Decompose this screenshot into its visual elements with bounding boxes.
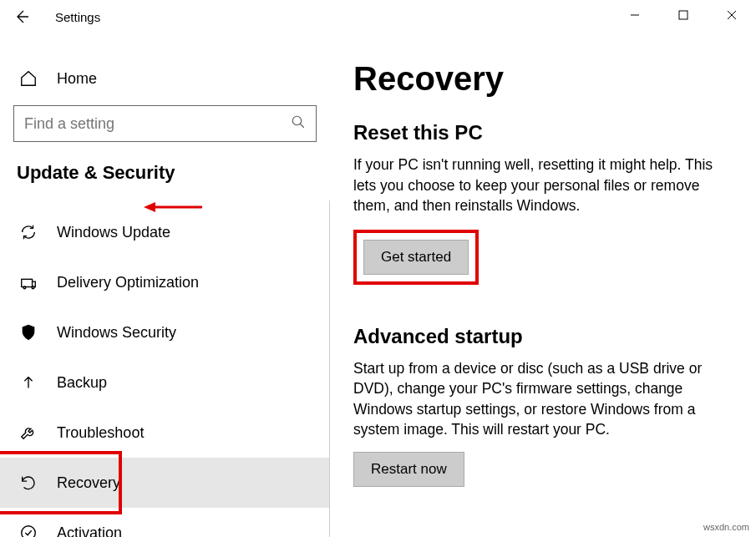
sidebar-item-label: Activation [57,524,122,538]
window-controls [611,0,756,30]
section-reset-pc: Reset this PC If your PC isn't running w… [353,121,733,285]
svg-point-5 [23,286,26,289]
wrench-icon [17,421,40,444]
recovery-icon [17,471,40,494]
sidebar-item-delivery-optimization[interactable]: Delivery Optimization [0,257,330,307]
sidebar-home-label: Home [57,70,97,88]
delivery-icon [17,271,40,294]
section-advanced-startup: Advanced startup Start up from a device … [353,325,733,487]
maximize-button[interactable] [659,0,708,30]
svg-point-1 [292,116,302,125]
sidebar-item-label: Windows Security [57,324,176,342]
search-icon [291,114,306,133]
activation-icon [17,521,40,537]
sidebar-item-home[interactable]: Home [13,57,317,100]
sidebar-nav-list: Windows Update Delivery Optimization Win… [0,207,330,537]
svg-point-7 [22,526,36,537]
sidebar-item-label: Troubleshoot [57,424,144,442]
back-button[interactable] [12,7,32,27]
watermark: wsxdn.com [703,522,749,532]
sidebar-item-label: Delivery Optimization [57,274,199,291]
search-box[interactable] [13,105,317,142]
sidebar-item-label: Windows Update [57,224,170,241]
annotation-highlight-getstarted: Get started [353,230,479,285]
sidebar-section-header: Update & Security [17,162,317,184]
search-input[interactable] [24,115,291,133]
sidebar-item-backup[interactable]: Backup [0,357,330,408]
home-icon [17,67,40,90]
sidebar-item-recovery[interactable]: Recovery [0,458,330,508]
advanced-body: Start up from a device or disc (such as … [353,358,733,440]
svg-marker-3 [144,202,155,212]
get-started-button[interactable]: Get started [363,240,469,275]
page-title: Recovery [353,60,733,98]
advanced-heading: Advanced startup [353,325,733,348]
sidebar-item-label: Recovery [57,474,120,492]
close-button[interactable] [708,0,756,30]
reset-heading: Reset this PC [353,121,733,144]
content-pane: Recovery Reset this PC If your PC isn't … [330,33,756,537]
minimize-button[interactable] [611,0,659,30]
sidebar-item-activation[interactable]: Activation [0,508,330,537]
sidebar-item-windows-update[interactable]: Windows Update [0,207,330,257]
sidebar: Home Update & Security Windows Update [0,33,330,537]
reset-body: If your PC isn't running well, resetting… [353,155,733,216]
svg-rect-4 [22,279,33,286]
svg-point-6 [32,286,34,289]
shield-icon [17,321,40,344]
svg-rect-0 [679,11,688,19]
sync-icon [17,220,40,244]
sidebar-item-windows-security[interactable]: Windows Security [0,307,330,357]
annotation-arrow [144,200,202,214]
window-title: Settings [55,10,100,24]
sidebar-item-label: Backup [57,374,107,392]
sidebar-item-troubleshoot[interactable]: Troubleshoot [0,408,330,458]
restart-now-button[interactable]: Restart now [353,452,464,487]
backup-icon [17,371,40,394]
